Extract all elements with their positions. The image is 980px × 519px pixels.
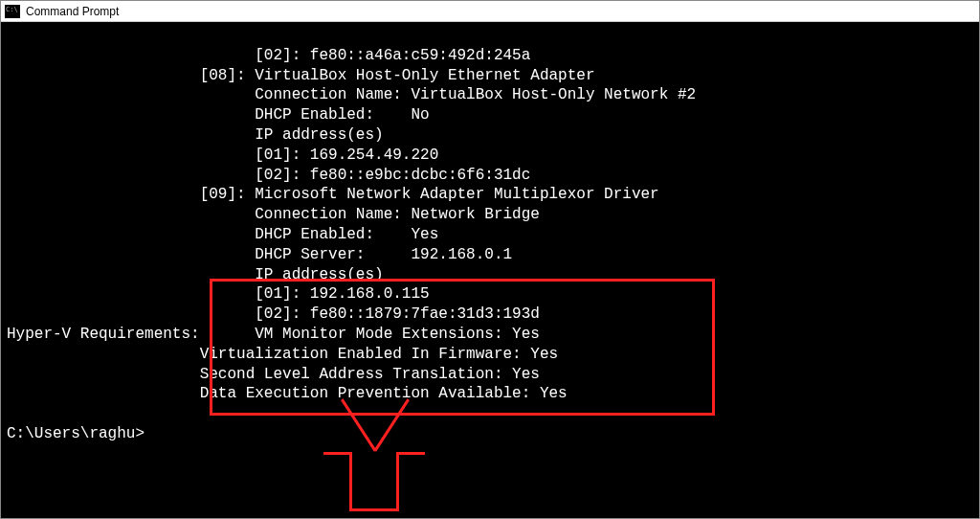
window-titlebar[interactable]: Command Prompt <box>1 1 979 22</box>
arrow-stem <box>349 452 399 511</box>
output-line: [01]: 192.168.0.115 <box>7 285 430 303</box>
output-line: IP address(es) <box>7 126 384 144</box>
output-line: [02]: fe80::a46a:c59:492d:245a <box>7 47 530 64</box>
output-line: [02]: fe80::1879:7fae:31d3:193d <box>7 305 540 323</box>
output-line: DHCP Server: 192.168.0.1 <box>7 246 512 263</box>
arrow-left-diagonal <box>341 398 376 451</box>
output-line: DHCP Enabled: No <box>7 106 430 124</box>
terminal-output[interactable]: [02]: fe80::a46a:c59:492d:245a [08]: Vir… <box>1 22 979 518</box>
output-line: [08]: VirtualBox Host-Only Ethernet Adap… <box>7 67 595 84</box>
output-line: [09]: Microsoft Network Adapter Multiple… <box>7 186 659 203</box>
command-prompt: C:\Users\raghu> <box>7 425 145 442</box>
output-line: [02]: fe80::e9bc:dcbc:6f6:31dc <box>7 167 530 184</box>
hyperv-line: Virtualization Enabled In Firmware: Yes <box>7 346 558 363</box>
output-line: DHCP Enabled: Yes <box>7 226 438 243</box>
hyperv-label: Hyper-V Requirements: <box>7 326 200 343</box>
cmd-icon <box>5 5 20 18</box>
output-line: Connection Name: VirtualBox Host-Only Ne… <box>7 86 696 103</box>
output-line: [01]: 169.254.49.220 <box>7 147 438 164</box>
window-title: Command Prompt <box>26 5 119 18</box>
hyperv-line: VM Monitor Mode Extensions: Yes <box>200 326 540 343</box>
output-line: Connection Name: Network Bridge <box>7 206 540 223</box>
arrow-base-left <box>323 452 352 455</box>
output-line: IP address(es) <box>7 266 384 283</box>
arrow-right-diagonal <box>374 398 410 451</box>
hyperv-line: Data Execution Prevention Available: Yes <box>7 385 568 402</box>
hyperv-line: Second Level Address Translation: Yes <box>7 366 540 383</box>
arrow-base-right <box>396 452 425 455</box>
